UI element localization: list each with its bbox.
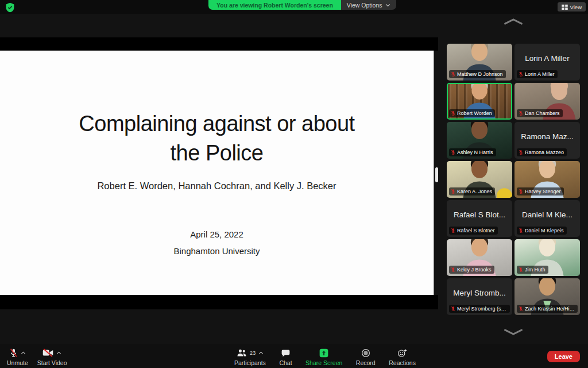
muted-mic-icon — [451, 228, 455, 233]
toolbar-unmute-label: Unmute — [7, 359, 28, 366]
participant-name-text: Kelcy J Brooks — [457, 267, 492, 273]
toolbar-share-screen-label: Share Screen — [305, 359, 342, 366]
participant-name-text: Ashley N Harris — [457, 150, 493, 155]
share-screen-icon — [319, 348, 328, 358]
slide-title-line1: Complaining against or about — [0, 109, 434, 139]
toolbar-reactions-label: Reactions — [389, 359, 416, 366]
gallery-scroll-down-icon[interactable] — [447, 328, 580, 336]
participant-name-text: Ramona Mazzeo — [525, 150, 564, 155]
participant-name-label: Karen A. Jones — [449, 187, 495, 195]
leave-button[interactable]: Leave — [547, 351, 580, 362]
participant-tile-dan-chambers[interactable]: Dan Chambers — [514, 83, 580, 120]
participant-name-label: Harvey Stenger — [517, 187, 564, 195]
participant-name-text: Rafael S Blotner — [457, 228, 495, 233]
gallery-view-icon — [562, 5, 568, 10]
muted-mic-icon — [519, 267, 523, 273]
participant-tile-karen-a-jones[interactable]: Karen A. Jones — [447, 161, 512, 198]
slide-title-line2: the Police — [0, 139, 434, 168]
muted-mic-icon — [519, 110, 523, 116]
participant-name-label: Robert Worden — [449, 109, 495, 117]
toolbar-share-screen-button[interactable]: Share Screen — [305, 348, 342, 366]
view-button[interactable]: View — [558, 2, 586, 12]
caret-up-icon[interactable] — [56, 351, 61, 355]
mic-off-icon — [9, 348, 18, 358]
participant-name-text: Matthew D Johnson — [457, 71, 503, 77]
toolbar-record-label: Record — [356, 359, 376, 366]
participant-tile-zach-krassin[interactable]: Zach Krassin He/Him/... — [514, 278, 580, 315]
muted-mic-icon — [451, 306, 455, 312]
muted-mic-icon — [519, 189, 523, 194]
muted-mic-icon — [451, 189, 455, 194]
record-icon — [361, 348, 370, 358]
participant-tile-daniel-m-klepeis[interactable]: Daniel M Kle... Daniel M Klepeis — [514, 200, 580, 237]
participant-name-text: Dan Chambers — [525, 110, 560, 116]
view-button-label: View — [570, 4, 582, 10]
zoom-meeting-window: You are viewing Robert Worden's screen V… — [0, 0, 588, 368]
toolbar-participants-label: Participants — [234, 359, 266, 366]
security-shield-icon[interactable] — [5, 2, 15, 13]
participant-name-text: Lorin A Miller — [525, 71, 555, 77]
muted-mic-icon — [519, 150, 523, 155]
toolbar-chat-button[interactable]: Chat — [279, 348, 292, 366]
muted-mic-icon — [451, 110, 455, 116]
participant-display-name: Ramona Maz... — [517, 122, 578, 151]
toolbar-center-group: 23 Participants Chat Share Screen Record… — [234, 348, 416, 366]
toolbar-record-button[interactable]: Record — [356, 348, 376, 366]
toolbar-unmute-button[interactable]: Unmute — [7, 348, 28, 366]
participant-tile-jim-huth[interactable]: Jim Huth — [514, 239, 580, 276]
participant-display-name: Meryl Stromb... — [449, 278, 510, 307]
video-off-icon — [42, 348, 53, 357]
panel-resize-handle[interactable] — [435, 167, 438, 182]
participant-name-text: Harvey Stenger — [525, 189, 561, 194]
toolbar-reactions-button[interactable]: Reactions — [389, 348, 416, 366]
muted-mic-icon — [519, 71, 523, 77]
slide-letterbox-bottom — [0, 295, 438, 309]
toolbar-start-video-button[interactable]: Start Video — [37, 348, 67, 366]
participant-tile-ramona-mazzeo[interactable]: Ramona Maz... Ramona Mazzeo — [514, 122, 580, 159]
screen-share-banner: You are viewing Robert Worden's screen V… — [208, 0, 396, 10]
participant-name-label: Meryl Stromberg (sh... — [449, 305, 510, 313]
reactions-icon — [397, 348, 407, 358]
participant-name-text: Meryl Stromberg (sh... — [457, 306, 507, 312]
participant-name-label: Zach Krassin He/Him/... — [517, 305, 578, 313]
participant-name-label: Kelcy J Brooks — [449, 266, 494, 274]
muted-mic-icon — [451, 267, 455, 273]
muted-mic-icon — [519, 228, 523, 233]
participant-tile-rafael-s-blotner[interactable]: Rafael S Blot... Rafael S Blotner — [447, 200, 512, 237]
view-options-label: View Options — [347, 2, 382, 9]
participant-display-name: Lorin A Miller — [517, 44, 578, 72]
participant-tile-meryl-stromberg[interactable]: Meryl Stromb... Meryl Stromberg (sh... — [447, 278, 512, 315]
participant-display-name: Daniel M Kle... — [517, 200, 578, 229]
participant-tile-lorin-a-miller[interactable]: Lorin A Miller Lorin A Miller — [514, 44, 580, 80]
participants-count-badge: 23 — [250, 350, 256, 356]
gallery-scroll-up-icon[interactable] — [447, 18, 580, 25]
toolbar-chat-label: Chat — [279, 359, 292, 366]
participant-name-label: Lorin A Miller — [517, 70, 558, 78]
participant-name-label: Daniel M Klepeis — [517, 227, 567, 235]
participant-display-name: Rafael S Blot... — [449, 200, 510, 229]
toolbar-participants-button[interactable]: 23 Participants — [234, 348, 266, 366]
toolbar-left-group: Unmute Start Video — [7, 348, 67, 366]
participant-tile-robert-worden[interactable]: Robert Worden — [447, 83, 512, 120]
muted-mic-icon — [519, 306, 523, 312]
participant-tile-harvey-stenger[interactable]: Harvey Stenger — [514, 161, 580, 198]
viewing-status-banner: You are viewing Robert Worden's screen — [208, 0, 341, 10]
presentation-slide: Complaining against or about the Police … — [0, 51, 434, 295]
participant-tile-ashley-n-harris[interactable]: Ashley N Harris — [447, 122, 512, 159]
participant-name-text: Zach Krassin He/Him/... — [525, 306, 575, 312]
slide-title: Complaining against or about the Police — [0, 109, 434, 168]
participant-name-text: Daniel M Klepeis — [525, 228, 564, 233]
caret-up-icon[interactable] — [258, 351, 264, 355]
view-options-button[interactable]: View Options — [341, 0, 396, 10]
caret-up-icon[interactable] — [21, 351, 26, 355]
slide-date: April 25, 2022 — [0, 229, 434, 239]
toolbar-start-video-label: Start Video — [37, 359, 67, 366]
participant-tile-kelcy-j-brooks[interactable]: Kelcy J Brooks — [447, 239, 512, 276]
slide-institution: Binghamton University — [0, 246, 434, 256]
participant-tile-matthew-d-johnson[interactable]: Matthew D Johnson — [447, 44, 512, 80]
participant-name-label: Ashley N Harris — [449, 148, 496, 156]
participant-name-label: Matthew D Johnson — [449, 70, 506, 78]
muted-mic-icon — [451, 150, 455, 155]
participant-name-text: Karen A. Jones — [457, 189, 492, 194]
chevron-down-icon — [385, 3, 390, 7]
